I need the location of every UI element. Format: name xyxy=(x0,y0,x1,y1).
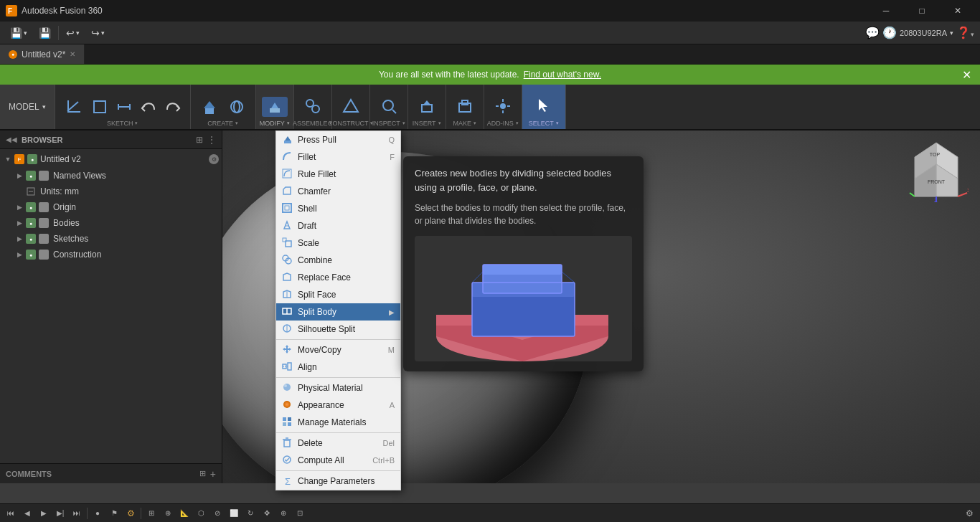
update-close-icon[interactable]: ✕ xyxy=(962,68,971,82)
playback-prev-btn[interactable]: ◀ xyxy=(19,506,35,521)
section-analysis-btn[interactable]: ⊘ xyxy=(209,506,225,521)
tree-item-units[interactable]: Units: mm xyxy=(0,184,222,199)
pan-btn[interactable]: ✥ xyxy=(259,506,275,521)
menu-item-scale[interactable]: Scale xyxy=(276,234,400,252)
silhouette-split-label: Silhouette Split xyxy=(298,324,395,334)
close-button[interactable]: ✕ xyxy=(941,0,974,22)
menu-item-replace-face[interactable]: Replace Face xyxy=(276,269,400,286)
svg-rect-9 xyxy=(205,108,214,114)
sketch-tool[interactable] xyxy=(61,97,87,117)
assemble-group-label: ASSEMBLE ▾ xyxy=(294,120,331,127)
sketch-dimension-tool[interactable] xyxy=(113,97,136,117)
playback-next-btn[interactable]: ▶| xyxy=(52,506,68,521)
ground-plane-btn[interactable]: ⬜ xyxy=(226,506,242,521)
svg-rect-41 xyxy=(283,169,291,178)
menu-item-align[interactable]: Align xyxy=(276,359,400,376)
tree-item-root[interactable]: ▼ F ● Untitled v2 ⚙ xyxy=(0,151,222,168)
menu-item-silhouette-split[interactable]: Silhouette Split xyxy=(276,321,400,338)
inspect-tool[interactable] xyxy=(376,96,402,118)
menu-item-fillet[interactable]: Fillet F xyxy=(276,148,400,166)
root-gear-icon[interactable]: ⚙ xyxy=(209,154,219,164)
window-controls: ─ □ ✕ xyxy=(870,0,974,22)
comments-expand-btn[interactable]: ⊞ xyxy=(199,469,206,478)
tree-item-origin[interactable]: ▶ ● Origin xyxy=(0,199,222,215)
redo-tool[interactable] xyxy=(161,97,184,117)
help-button[interactable]: ❓▾ xyxy=(956,26,974,39)
menu-item-draft[interactable]: Draft xyxy=(276,217,400,234)
menu-item-rule-fillet[interactable]: Rule Fillet xyxy=(276,166,400,183)
revolve-tool[interactable] xyxy=(224,97,250,117)
tab-close-icon[interactable]: ✕ xyxy=(70,50,75,58)
fit-view-btn[interactable]: ⊡ xyxy=(292,506,308,521)
svg-point-18 xyxy=(383,100,393,110)
toolbar-group-assemble: ASSEMBLE ▾ xyxy=(294,85,332,129)
toolbar-group-make: MAKE ▾ xyxy=(446,85,484,129)
update-link[interactable]: Find out what's new. xyxy=(524,70,601,80)
toolbar-group-modify: MODIFY ▾ xyxy=(256,85,294,129)
file-menu-button[interactable]: 💾▾ xyxy=(6,26,32,40)
redo-button[interactable]: ↪▾ xyxy=(87,26,109,40)
record-btn[interactable]: ● xyxy=(90,506,105,521)
browser-options-btn[interactable]: ⋮ xyxy=(207,135,216,145)
comments-add-btn[interactable]: + xyxy=(210,468,216,480)
menu-item-split-body[interactable]: Split Body ▶ xyxy=(276,303,400,321)
split-body-icon xyxy=(282,306,293,318)
menu-item-compute-all[interactable]: Compute All Ctrl+B xyxy=(276,452,400,469)
playback-end-btn[interactable]: ⏭ xyxy=(69,506,85,521)
construct-tool[interactable] xyxy=(338,96,364,118)
menu-item-split-face[interactable]: Split Face xyxy=(276,286,400,303)
toolbar-group-addins: ADD-INS ▾ xyxy=(484,85,522,129)
history-icon[interactable]: 🕐 xyxy=(882,26,897,39)
svg-text:TOP: TOP xyxy=(930,152,941,157)
display-mode-btn[interactable]: ⬡ xyxy=(193,506,209,521)
user-account[interactable]: 20803U92RA ▾ xyxy=(900,29,953,37)
tree-item-bodies[interactable]: ▶ ● Bodies xyxy=(0,215,222,231)
settings-btn[interactable]: ⚙ xyxy=(961,506,977,521)
zoom-btn[interactable]: ⊕ xyxy=(275,506,291,521)
change-parameters-label: Change Parameters xyxy=(298,476,395,486)
menu-item-press-pull[interactable]: Press Pull Q xyxy=(276,131,400,148)
browser-nav-left[interactable]: ◀◀ xyxy=(6,136,17,143)
make-tool[interactable] xyxy=(452,96,478,118)
minimize-button[interactable]: ─ xyxy=(870,0,903,22)
marker-btn[interactable]: ⚑ xyxy=(106,506,122,521)
grid-btn[interactable]: ⊞ xyxy=(143,506,159,521)
measure-btn[interactable]: 📐 xyxy=(176,506,192,521)
menu-item-physical-material[interactable]: Physical Material xyxy=(276,379,400,397)
playback-play-btn[interactable]: ▶ xyxy=(36,506,52,521)
compute-btn[interactable]: ⚙ xyxy=(123,506,138,521)
assemble-tool[interactable] xyxy=(300,96,326,118)
menu-item-shell[interactable]: Shell xyxy=(276,200,400,217)
menu-item-change-parameters[interactable]: Σ Change Parameters xyxy=(276,473,400,490)
stop-sketch-tool[interactable] xyxy=(88,97,111,117)
undo-button[interactable]: ↩▾ xyxy=(62,26,84,40)
orbit-btn[interactable]: ↻ xyxy=(242,506,258,521)
comment-icon[interactable]: 💬 xyxy=(865,26,880,39)
modify-press-pull-tool[interactable] xyxy=(262,97,288,117)
browser-expand-btn[interactable]: ⊞ xyxy=(196,135,203,145)
menu-item-delete[interactable]: Delete Del xyxy=(276,435,400,452)
manage-materials-icon xyxy=(282,417,293,428)
menu-item-combine[interactable]: Combine xyxy=(276,252,400,269)
tree-item-construction[interactable]: ▶ ● Construction xyxy=(0,247,222,262)
nav-cube[interactable]: TOP FRONT X Z xyxy=(904,139,969,206)
undo-tool[interactable] xyxy=(137,97,160,117)
extrude-tool[interactable] xyxy=(197,97,222,117)
select-tool[interactable] xyxy=(531,96,557,118)
menu-item-manage-materials[interactable]: Manage Materials xyxy=(276,414,400,431)
snap-btn[interactable]: ⊕ xyxy=(160,506,176,521)
construction-label: Construction xyxy=(53,250,101,260)
save-button[interactable]: 💾 xyxy=(34,26,55,40)
model-dropdown-button[interactable]: MODEL ▾ xyxy=(0,85,55,129)
playback-begin-btn[interactable]: ⏮ xyxy=(3,506,19,521)
insert-tool[interactable] xyxy=(414,96,440,118)
menu-item-appearance[interactable]: Appearance A xyxy=(276,397,400,414)
tab-1[interactable]: ● Untitled v2* ✕ xyxy=(0,44,85,64)
tree-item-sketches[interactable]: ▶ ● Sketches xyxy=(0,231,222,247)
menu-item-move-copy[interactable]: Move/Copy M xyxy=(276,341,400,359)
maximize-button[interactable]: □ xyxy=(905,0,938,22)
menu-item-chamfer[interactable]: Chamfer xyxy=(276,183,400,200)
root-node-label: Untitled v2 xyxy=(40,154,207,164)
addins-tool[interactable] xyxy=(490,96,516,118)
tree-item-named-views[interactable]: ▶ ● Named Views xyxy=(0,168,222,184)
